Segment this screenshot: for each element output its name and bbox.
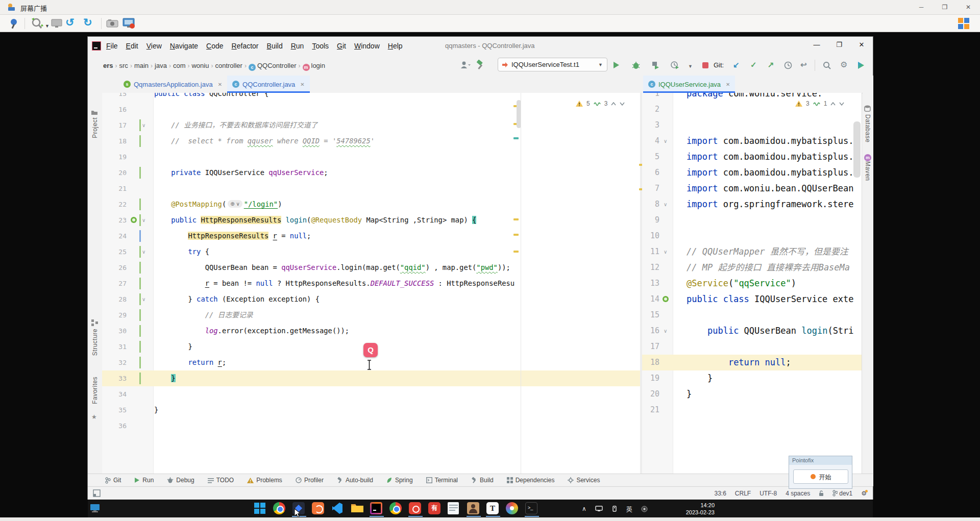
input-method-q-button[interactable]: Q	[363, 343, 378, 357]
menu-git[interactable]: Git	[333, 37, 350, 55]
fold-marker-icon[interactable]: ∨	[142, 291, 145, 307]
menu-code[interactable]: Code	[202, 37, 227, 55]
code-with-me-icon[interactable]	[460, 61, 471, 69]
code-line[interactable]: 20}	[642, 386, 862, 402]
code-line[interactable]: 9	[642, 212, 862, 228]
fold-marker-icon[interactable]: ∨	[142, 117, 145, 133]
editor-iqquserservice[interactable]: 1package com.woniu.service.234∨import co…	[642, 93, 862, 474]
code-line[interactable]: 19	[102, 149, 640, 165]
line-separator[interactable]: CRLF	[735, 490, 751, 497]
redo-icon[interactable]: ↻	[83, 16, 92, 29]
taskbar-icon-intellij-idea[interactable]	[370, 502, 383, 515]
fold-marker-icon[interactable]: ∨	[142, 244, 145, 260]
sidebar-item-project[interactable]: Project	[91, 117, 99, 138]
broadcast-minimize-button[interactable]: ─	[910, 0, 933, 14]
tab-qqcontroller-java[interactable]: cQQController.java✕	[227, 76, 310, 93]
chevron-down-icon[interactable]: ▼	[688, 64, 693, 69]
broadcast-close-button[interactable]: ✕	[957, 0, 980, 14]
code-line[interactable]: 17	[642, 339, 862, 355]
spring-bean-icon[interactable]	[131, 217, 137, 223]
indent-setting[interactable]: 4 spaces	[786, 490, 810, 497]
tab-qqmastersapplication-java[interactable]: sQqmastersApplication.java✕	[118, 76, 227, 93]
screenshare-icon[interactable]	[122, 18, 136, 29]
taskbar-icon-notepad[interactable]	[448, 502, 461, 515]
code-line[interactable]: 36	[102, 418, 640, 434]
code-line[interactable]: 7import com.woniu.bean.QQUserBean	[642, 181, 862, 196]
close-icon[interactable]: ✕	[726, 82, 730, 87]
code-line[interactable]: 4∨import com.baomidou.mybatisplus.m	[642, 133, 862, 149]
tray-display-icon[interactable]	[595, 506, 603, 512]
undo-icon[interactable]: ↺	[65, 16, 75, 29]
profiler-button[interactable]	[671, 61, 679, 69]
pin-icon[interactable]	[9, 18, 20, 29]
pointofix-start-button[interactable]: 开始	[793, 469, 848, 484]
rollback-icon[interactable]: ↩	[800, 60, 807, 69]
tray-chevron-up-icon[interactable]: ∧	[582, 505, 586, 512]
pinwheel-icon[interactable]	[958, 17, 970, 30]
code-line[interactable]: 30 log.error(exception.getMessage());	[102, 323, 640, 339]
ide-close-button[interactable]: ✕	[850, 37, 873, 53]
taskbar-icon-color-wheel[interactable]	[506, 502, 519, 515]
git-update-icon[interactable]: ↙	[733, 60, 740, 69]
git-branch-widget[interactable]: dev1	[832, 490, 852, 497]
code-line[interactable]: 18 return null;	[642, 355, 862, 370]
fold-marker-icon[interactable]: ∨	[664, 323, 667, 339]
taskbar-clock[interactable]: 14:20 2023-02-23	[679, 502, 715, 516]
show-desktop-icon[interactable]	[90, 504, 100, 513]
code-line[interactable]: 20 private IQQUserService qqUserService;	[102, 165, 640, 181]
breadcrumb-item-src[interactable]: src	[119, 62, 128, 69]
inspections-widget[interactable]: 53	[576, 100, 625, 107]
tool-window-button-todo[interactable]: TODO	[208, 477, 234, 484]
code-line[interactable]: 6import com.baomidou.mybatisplus.	[642, 165, 862, 181]
notifications-icon[interactable]: ⚙	[861, 490, 867, 497]
build-hammer-icon[interactable]	[476, 60, 486, 70]
settings-gear-icon[interactable]: ⚙	[840, 60, 847, 69]
broadcast-maximize-button[interactable]: ❐	[933, 0, 957, 14]
tray-usb-icon[interactable]	[611, 506, 618, 512]
taskbar-icon-typora[interactable]: T	[486, 502, 500, 515]
ide-minimize-button[interactable]: —	[805, 37, 828, 53]
tool-window-button-debug[interactable]: Debug	[167, 477, 194, 484]
lock-icon[interactable]	[819, 490, 824, 497]
menu-run[interactable]: Run	[287, 37, 308, 55]
search-icon[interactable]	[823, 61, 831, 70]
code-line[interactable]: 8∨import org.springframework.stere	[642, 196, 862, 212]
code-line[interactable]: 18 // select * from qquser where QQID = …	[102, 133, 640, 149]
stop-button[interactable]	[702, 62, 708, 68]
menu-view[interactable]: View	[142, 37, 166, 55]
monitor-icon[interactable]	[51, 19, 62, 28]
breadcrumb-item-woniu[interactable]: woniu	[191, 62, 209, 69]
taskbar-icon-youdao[interactable]: 有	[428, 502, 442, 515]
debug-button[interactable]	[632, 61, 640, 69]
taskbar-icon-orange-app[interactable]	[312, 502, 325, 515]
tool-window-button-dependencies[interactable]: Dependencies	[507, 477, 555, 484]
spring-bean-icon[interactable]	[663, 296, 669, 302]
code-line[interactable]: 14public class IQQUserService exte	[642, 291, 862, 307]
magnifier-icon[interactable]	[30, 17, 45, 30]
fold-marker-icon[interactable]: ∨	[664, 196, 667, 212]
fold-marker-icon[interactable]: ∨	[664, 244, 667, 260]
code-line[interactable]: 5import com.baomidou.mybatisplus.	[642, 149, 862, 165]
magnifier-dropdown-icon[interactable]: ▼	[45, 23, 50, 29]
code-line[interactable]: 15	[642, 307, 862, 323]
code-line[interactable]: 21	[642, 402, 862, 418]
code-line[interactable]: 12// MP 起步的接口 直接裸奔去用BaseMa	[642, 260, 862, 276]
taskbar-icon-browser[interactable]	[389, 502, 403, 515]
code-line[interactable]: 10	[642, 228, 862, 244]
menu-refactor[interactable]: Refactor	[228, 37, 263, 55]
run-configuration-select[interactable]: IQQUserServiceTest.t1 ▼	[498, 58, 607, 71]
taskbar-icon-vscode[interactable]	[331, 502, 345, 515]
tool-window-button-problems[interactable]: Problems	[247, 477, 282, 484]
tool-window-button-run[interactable]: Run	[134, 477, 154, 484]
code-line[interactable]: 35}	[102, 402, 640, 418]
code-line[interactable]: 16	[102, 102, 640, 117]
url-inlay-hint-icon[interactable]: ⊕ ∨	[228, 200, 242, 208]
tray-eye-icon[interactable]	[641, 506, 648, 512]
close-icon[interactable]: ✕	[218, 82, 222, 87]
git-commit-icon[interactable]: ✓	[750, 60, 757, 69]
code-line[interactable]: 15public class QQController {	[102, 93, 640, 102]
code-line[interactable]: 28∨ } catch (Exception exception) {	[102, 291, 640, 307]
code-line[interactable]: 23∨ public HttpResponseResults login(@Re…	[102, 212, 640, 228]
caret-position[interactable]: 33:6	[714, 490, 726, 497]
breadcrumb-item-qqcontroller[interactable]: cQQController	[249, 62, 297, 69]
